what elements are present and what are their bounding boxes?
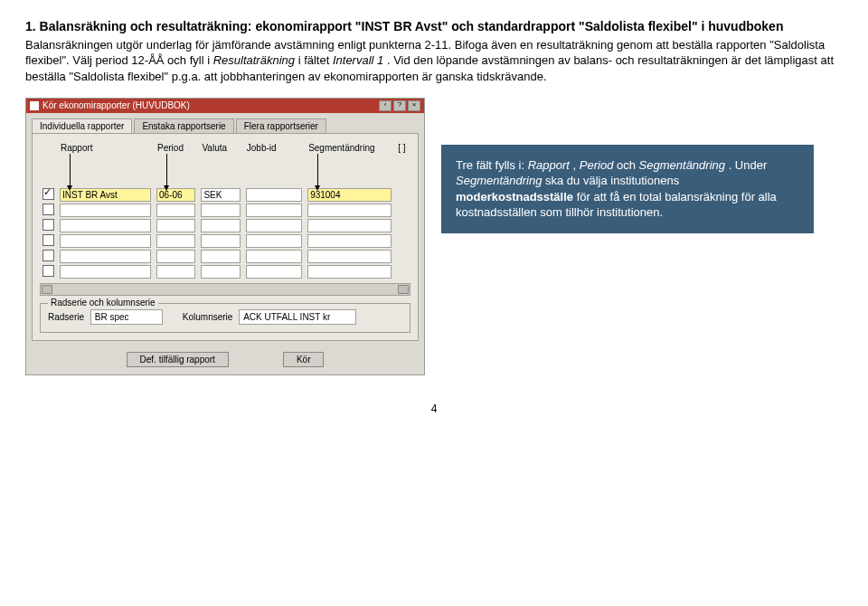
para-italic-1: Resultaträkning: [213, 53, 295, 67]
row6-checkbox[interactable]: [42, 265, 54, 277]
row5-segment-input[interactable]: [307, 250, 392, 263]
callout-text-1: Tre fält fylls i:: [456, 158, 528, 172]
para-italic-2: Intervall 1: [333, 53, 383, 67]
callout-text-comma: ,: [573, 158, 580, 172]
scroll-left-icon[interactable]: [42, 285, 52, 294]
dialog-button-row: Def. tilfällig rapport Kör: [26, 346, 424, 374]
tab-multi-series[interactable]: Flera rapportserier: [236, 118, 326, 133]
row5-valuta-input[interactable]: [201, 250, 240, 263]
kolumnserie-label: Kolumnserie: [183, 312, 233, 322]
row6-segment-input[interactable]: [307, 265, 392, 279]
col-valuta: Valuta: [198, 141, 242, 156]
table-row: [40, 218, 410, 233]
radserie-label: Radserie: [48, 312, 84, 322]
col-checkbox: [40, 141, 57, 156]
callout-italic-rapport: Rapport: [528, 158, 570, 172]
callout-text-2a: . Under: [729, 158, 768, 172]
col-period-label: Period: [157, 143, 184, 153]
window-help-button[interactable]: ?: [393, 100, 406, 111]
col-segment-label: Segmentändring: [308, 143, 374, 153]
row4-segment-input[interactable]: [307, 234, 392, 248]
row3-valuta-input[interactable]: [201, 219, 240, 232]
section-paragraph: Balansräkningen utgör underlag för jämfö…: [25, 37, 843, 85]
table-row: [40, 249, 410, 264]
page-number: 4: [25, 402, 843, 415]
report-grid: Rapport Period Valuta Jobb-id Segmentänd…: [40, 141, 410, 279]
callout-text-och: och: [617, 158, 639, 172]
row5-checkbox[interactable]: [42, 250, 54, 261]
row3-jobbid-input[interactable]: [246, 219, 302, 232]
row-column-series-group: Radserie och kolumnserie Radserie BR spe…: [40, 303, 410, 333]
row2-period-input[interactable]: [156, 204, 195, 217]
kolumnserie-input[interactable]: ACK UTFALL INST kr: [239, 309, 356, 325]
tab-single-series[interactable]: Enstaka rapportserie: [134, 118, 233, 133]
callout-italic-period: Period: [580, 158, 614, 172]
row3-rapport-input[interactable]: [60, 219, 151, 232]
dialog-panel: Rapport Period Valuta Jobb-id Segmentänd…: [32, 133, 419, 341]
dialog-tabs: Individuella rapporter Enstaka rapportse…: [26, 113, 424, 133]
row1-valuta-input[interactable]: SEK: [201, 188, 240, 202]
row2-jobbid-input[interactable]: [246, 204, 302, 217]
section-heading: 1. Balansräkning och resultaträkning: ek…: [25, 18, 843, 35]
row4-jobbid-input[interactable]: [246, 234, 302, 248]
table-row: INST BR Avst 06-06 SEK 931004: [40, 187, 410, 203]
tab-individual-reports[interactable]: Individuella rapporter: [32, 118, 132, 133]
col-rapport-label: Rapport: [61, 143, 93, 153]
row1-rapport-input[interactable]: INST BR Avst: [60, 188, 151, 202]
table-row: [40, 264, 410, 279]
grid-horizontal-scrollbar[interactable]: [40, 283, 410, 296]
row2-valuta-input[interactable]: [201, 204, 240, 217]
row6-period-input[interactable]: [156, 265, 195, 279]
row1-period-input[interactable]: 06-06: [156, 188, 195, 202]
arrow-rapport: [70, 154, 71, 190]
scroll-right-icon[interactable]: [398, 285, 409, 294]
col-segment: Segmentändring: [305, 141, 394, 156]
row2-checkbox[interactable]: [42, 204, 54, 215]
row4-checkbox[interactable]: [42, 234, 54, 246]
def-temp-report-button[interactable]: Def. tilfällig rapport: [127, 352, 229, 367]
row2-segment-input[interactable]: [307, 204, 392, 217]
window-close-button[interactable]: ×: [408, 100, 420, 111]
row4-period-input[interactable]: [156, 234, 195, 248]
col-rapport: Rapport: [57, 141, 154, 156]
row3-period-input[interactable]: [156, 219, 195, 232]
run-button[interactable]: Kör: [283, 352, 325, 367]
row5-rapport-input[interactable]: [60, 250, 151, 263]
row1-jobbid-input[interactable]: [246, 188, 302, 202]
row5-jobbid-input[interactable]: [246, 250, 302, 263]
arrow-segment: [317, 154, 318, 190]
row4-valuta-input[interactable]: [201, 234, 240, 248]
radserie-input[interactable]: BR spec: [90, 309, 163, 325]
arrow-period: [166, 154, 167, 190]
window-back-button[interactable]: ‹: [379, 100, 392, 111]
row6-valuta-input[interactable]: [201, 265, 240, 279]
col-period: Period: [154, 141, 198, 156]
col-scroll: [ ]: [394, 141, 410, 156]
callout-text-2b: ska du välja institutionens: [545, 174, 679, 187]
row5-period-input[interactable]: [156, 250, 195, 263]
row6-jobbid-input[interactable]: [246, 265, 302, 279]
row3-checkbox[interactable]: [42, 219, 54, 231]
row4-rapport-input[interactable]: [60, 234, 151, 248]
row3-segment-input[interactable]: [307, 219, 392, 232]
para-text-mid: i fältet: [298, 53, 333, 67]
col-jobbid: Jobb-id: [243, 141, 305, 156]
subgroup-title: Radserie och kolumnserie: [48, 298, 158, 308]
instruction-callout: Tre fält fylls i: Rapport , Period och S…: [441, 145, 814, 233]
dialog-titlebar: Kör ekonomirapporter (HUVUDBOK) ‹ ? ×: [26, 99, 424, 113]
table-row: [40, 233, 410, 249]
run-reports-dialog: Kör ekonomirapporter (HUVUDBOK) ‹ ? × In…: [25, 98, 425, 375]
row1-checkbox[interactable]: [42, 188, 54, 200]
row2-rapport-input[interactable]: [60, 204, 151, 217]
dialog-icon: [30, 101, 39, 110]
table-row: [40, 203, 410, 218]
dialog-title: Kör ekonomirapporter (HUVUDBOK): [42, 100, 190, 110]
callout-bold-moderkostnad: moderkostnadsställe: [456, 190, 573, 204]
callout-italic-segment1: Segmentändring: [639, 158, 725, 172]
row6-rapport-input[interactable]: [60, 265, 151, 279]
callout-italic-segment2: Segmentändring: [456, 174, 542, 187]
